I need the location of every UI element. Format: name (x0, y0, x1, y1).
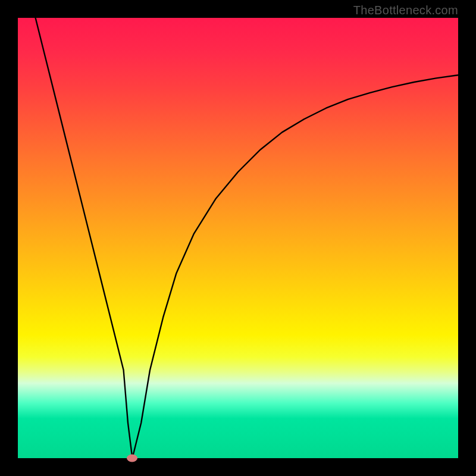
watermark-text: TheBottleneck.com (353, 4, 458, 17)
bottleneck-curve (36, 18, 458, 458)
chart-container: TheBottleneck.com (0, 0, 476, 476)
minimum-marker (127, 455, 137, 462)
curve-svg (18, 18, 458, 458)
plot-area (18, 18, 458, 458)
